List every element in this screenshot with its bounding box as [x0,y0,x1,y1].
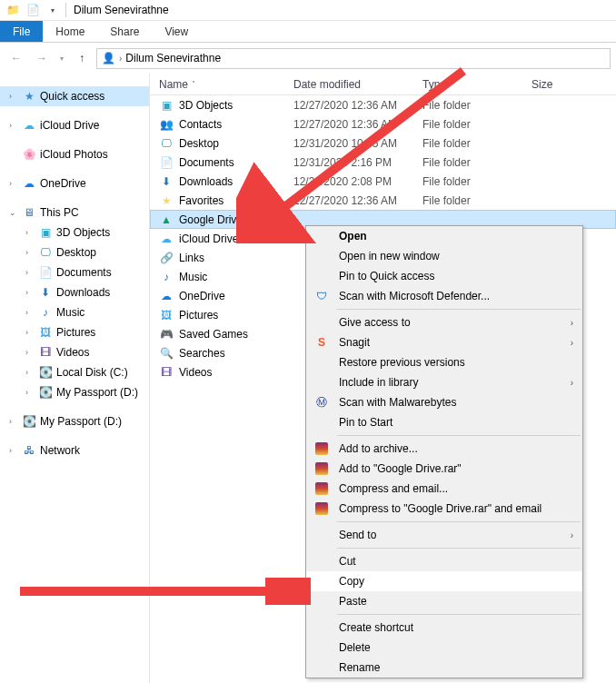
sidebar-item-label: Music [56,306,84,319]
sidebar-downloads[interactable]: ›⬇Downloads [0,282,149,302]
ctx-cut[interactable]: Cut [306,551,582,571]
ctx-pin-start[interactable]: Pin to Start [306,412,582,432]
sidebar-item-label: Quick access [40,90,104,103]
sidebar-music[interactable]: ›♪Music [0,302,149,322]
tab-view[interactable]: View [152,21,201,42]
ctx-include-library[interactable]: Include in library› [306,372,582,392]
ctx-give-access[interactable]: Give access to› [306,312,582,332]
chevron-right-icon[interactable]: › [9,92,18,101]
sidebar-3d-objects[interactable]: ›▣3D Objects [0,223,149,243]
ctx-create-shortcut[interactable]: Create shortcut [306,618,582,638]
ctx-delete[interactable]: Delete [306,638,582,658]
chevron-right-icon[interactable]: › [9,179,18,188]
winrar-icon [313,500,330,517]
ctx-rename[interactable]: Rename [306,658,582,678]
tab-file[interactable]: File [0,21,43,42]
properties-icon[interactable]: 📄 [24,1,42,19]
chevron-right-icon: › [571,530,573,540]
file-name: Google Drive [179,213,243,226]
document-icon: 📄 [38,265,53,280]
folder-icon: ▣ [159,98,174,113]
sidebar-documents[interactable]: ›📄Documents [0,262,149,282]
address-bar[interactable]: 👤 › Dilum Senevirathne [96,48,611,69]
up-button[interactable]: ↑ [71,47,93,69]
file-row[interactable]: 👥Contacts12/27/2020 12:36 AMFile folder [150,114,616,134]
sidebar-network[interactable]: ›🖧Network [0,440,149,460]
ctx-scan-malwarebytes[interactable]: ⓂScan with Malwarebytes [306,392,582,412]
recent-dropdown-icon[interactable]: ▾ [56,47,67,69]
tab-home[interactable]: Home [43,21,97,42]
folder-icon: ♪ [159,270,174,284]
file-row[interactable]: 📄Documents12/31/2020 2:16 PMFile folder [150,153,616,172]
sidebar-this-pc[interactable]: ⌄ 🖥 This PC [0,203,149,223]
download-icon: ⬇ [38,285,53,300]
sidebar-desktop[interactable]: ›🖵Desktop [0,243,149,262]
ctx-pin-quick-access[interactable]: Pin to Quick access [306,266,582,286]
file-type: File folder [422,156,532,169]
file-name: Videos [179,366,212,379]
sidebar-item-label: My Passport (D:) [56,386,138,399]
ctx-restore-versions[interactable]: Restore previous versions [306,352,582,372]
navigation-pane: › ★ Quick access › ☁ iCloud Drive 🌸 iClo… [0,74,150,683]
star-icon: ★ [22,89,36,104]
chevron-right-icon[interactable]: › [119,54,122,64]
sidebar-icloud-photos[interactable]: 🌸 iCloud Photos [0,144,149,164]
network-icon: 🖧 [22,443,36,458]
col-name[interactable]: Name ˄ [159,78,293,91]
ctx-add-rar[interactable]: Add to "Google Drive.rar" [306,459,582,479]
col-date[interactable]: Date modified [293,78,422,91]
file-row[interactable]: ★Favorites12/27/2020 12:36 AMFile folder [150,191,616,210]
folder-icon: ☁ [159,289,174,303]
video-icon: 🎞 [38,345,53,360]
back-button[interactable]: ← [5,47,27,69]
col-type[interactable]: Type [422,78,532,91]
sidebar-quick-access[interactable]: › ★ Quick access [0,86,149,106]
sidebar-videos[interactable]: ›🎞Videos [0,342,149,362]
ctx-paste[interactable]: Paste [306,591,582,611]
sidebar-onedrive[interactable]: › ☁ OneDrive [0,173,149,193]
winrar-icon [313,460,330,477]
col-size[interactable]: Size [532,78,586,91]
folder-icon: 📄 [159,155,174,170]
forward-button[interactable]: → [31,47,53,69]
sidebar-item-label: Videos [56,346,89,359]
navigation-bar: ← → ▾ ↑ 👤 › Dilum Senevirathne [0,43,616,74]
shield-icon: 🛡 [313,288,330,304]
file-type: File folder [422,118,532,131]
file-row[interactable]: ▣3D Objects12/27/2020 12:36 AMFile folde… [150,95,616,114]
sidebar-my-passport-1[interactable]: ›💽My Passport (D:) [0,382,149,402]
ctx-compress-rar-email[interactable]: Compress to "Google Drive.rar" and email [306,499,582,519]
breadcrumb-segment[interactable]: Dilum Senevirathne [125,52,221,64]
file-date: 12/27/2020 12:36 AM [293,99,422,112]
qat-dropdown-icon[interactable]: ▾ [44,1,62,19]
ctx-snagit[interactable]: SSnagit› [306,332,582,352]
ctx-add-archive[interactable]: Add to archive... [306,439,582,459]
file-row[interactable]: 🖵Desktop12/31/2020 10:35 AMFile folder [150,134,616,153]
window-title: Dilum Senevirathne [74,4,169,16]
sidebar-my-passport-2[interactable]: ›💽My Passport (D:) [0,411,149,431]
chevron-right-icon[interactable]: › [9,121,18,130]
sidebar-item-label: iCloud Photos [40,148,108,161]
sidebar-item-label: iCloud Drive [40,119,99,132]
sidebar-item-label: OneDrive [40,177,86,190]
file-type: File folder [422,194,532,207]
ctx-scan-defender[interactable]: 🛡Scan with Microsoft Defender... [306,286,582,306]
file-name: 3D Objects [179,99,233,112]
file-row[interactable]: ⬇Downloads12/31/2020 2:08 PMFile folder [150,172,616,191]
sidebar-pictures[interactable]: ›🖼Pictures [0,322,149,342]
ctx-open-new-window[interactable]: Open in new window [306,246,582,266]
folder-icon: ★ [159,193,174,208]
ctx-send-to[interactable]: Send to› [306,525,582,545]
desktop-icon: 🖵 [38,245,53,260]
tab-share[interactable]: Share [97,21,152,42]
sidebar-local-disk[interactable]: ›💽Local Disk (C:) [0,362,149,382]
file-date: 12/31/2020 10:35 AM [293,137,422,150]
ctx-copy[interactable]: Copy [306,571,582,591]
folder-icon: ☁ [159,232,174,246]
chevron-down-icon[interactable]: ⌄ [9,208,18,217]
ctx-open[interactable]: Open [306,226,582,246]
cloud-icon: ☁ [22,118,36,133]
file-name: Documents [179,156,234,169]
ctx-compress-email[interactable]: Compress and email... [306,479,582,499]
sidebar-icloud-drive[interactable]: › ☁ iCloud Drive [0,115,149,135]
